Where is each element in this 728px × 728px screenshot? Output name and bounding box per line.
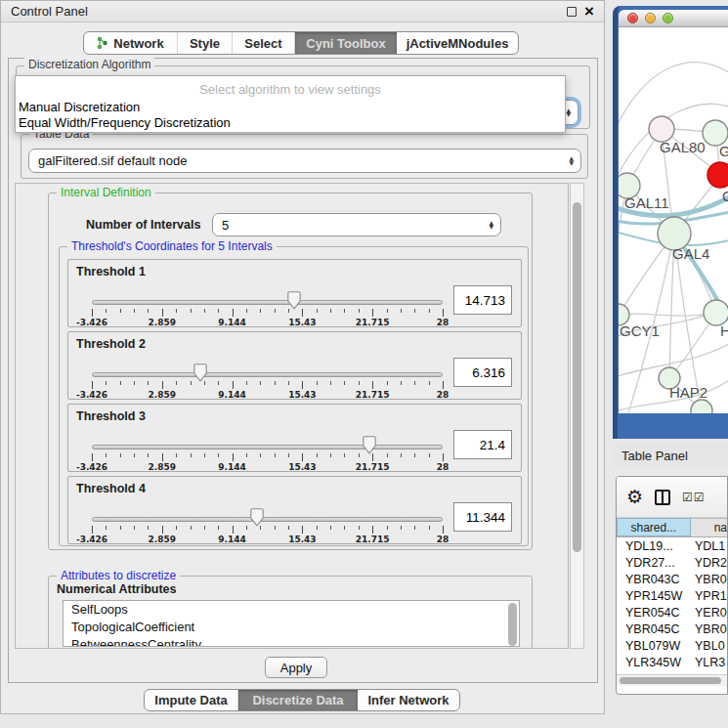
table-row[interactable]: YBL079W YBL0 xyxy=(617,637,727,654)
cell-name[interactable]: YLR3 xyxy=(692,656,727,669)
scrollbar-thumb[interactable] xyxy=(573,202,581,552)
table-data-combobox[interactable]: galFiltered.sif default node ▲▼ xyxy=(28,149,581,173)
threshold-slider[interactable]: -3.426 2.859 9.144 15.43 21.715 28 xyxy=(92,432,443,469)
cell-shared-name[interactable]: YPR145W xyxy=(617,589,692,603)
attributes-list-item[interactable]: TopologicalCoefficient xyxy=(64,619,519,636)
close-icon[interactable]: × xyxy=(584,7,594,17)
table-row[interactable]: YDR27... YDR2 xyxy=(617,554,727,571)
main-tabstrip: Network Style Select Cyni Toolbox jActiv… xyxy=(83,31,519,55)
number-of-intervals-combobox[interactable]: 5 ▲▼ xyxy=(212,213,501,236)
attributes-list-scrollbar[interactable] xyxy=(508,603,517,646)
apply-button[interactable]: Apply xyxy=(265,657,327,678)
cell-name[interactable]: YER0 xyxy=(692,606,727,620)
node-label-gcy1: GCY1 xyxy=(620,322,660,339)
tab-jactivemnodules[interactable]: jActiveMNodules xyxy=(397,32,518,54)
table-row[interactable]: YER054C YER0 xyxy=(617,604,727,621)
tab-infer-network[interactable]: Infer Network xyxy=(358,690,459,710)
tab-select[interactable]: Select xyxy=(233,32,295,54)
tab-style[interactable]: Style xyxy=(178,32,233,54)
cell-name[interactable]: YBR0 xyxy=(692,573,727,586)
number-of-intervals-label: Number of Intervals xyxy=(86,218,200,232)
slider-ticks xyxy=(92,309,443,317)
threshold-slider[interactable]: -3.426 2.859 9.144 15.43 21.715 28 xyxy=(92,287,443,324)
column-header-name[interactable]: na xyxy=(691,518,727,536)
cell-name[interactable]: YDR2 xyxy=(692,556,727,570)
table-row[interactable]: YPR145W YPR1 xyxy=(617,587,727,604)
node-selected-red[interactable] xyxy=(707,162,728,188)
cell-name[interactable]: YBL0 xyxy=(692,639,727,653)
node-label-hap2: HAP2 xyxy=(669,384,707,401)
slider-thumb-handle[interactable] xyxy=(287,291,302,310)
tab-cyni-toolbox[interactable]: Cyni Toolbox xyxy=(295,32,397,54)
threshold-slider[interactable]: -3.426 2.859 9.144 15.43 21.715 28 xyxy=(92,504,443,541)
slider-track[interactable] xyxy=(92,372,443,377)
threshold-slider[interactable]: -3.426 2.859 9.144 15.43 21.715 28 xyxy=(92,360,443,397)
control-panel-window: Control Panel × Network Style Select Cyn… xyxy=(0,0,605,714)
slider-track[interactable] xyxy=(92,445,443,450)
dropdown-option[interactable]: Manual Discretization xyxy=(18,100,563,115)
cell-name[interactable]: YBR0 xyxy=(692,622,727,636)
network-icon xyxy=(97,36,108,50)
slider-axis-labels: -3.426 2.859 9.144 15.43 21.715 28 xyxy=(92,318,443,329)
table-panel-title: Table Panel xyxy=(621,449,688,463)
cell-name[interactable]: YPR1 xyxy=(692,589,727,603)
table-header: shared... na xyxy=(617,518,727,537)
cell-shared-name[interactable]: YER054C xyxy=(617,606,692,620)
gear-icon[interactable]: ⚙ xyxy=(626,488,643,506)
attributes-list-item[interactable]: BetweennessCentrality xyxy=(64,636,519,647)
slider-thumb-handle[interactable] xyxy=(249,508,264,527)
threshold-panel: Threshold 4 -3.426 2.859 xyxy=(67,476,522,544)
cell-name[interactable]: YDL1 xyxy=(692,539,727,553)
dropdown-option[interactable]: Equal Width/Frequency Discretization xyxy=(18,115,563,131)
table-horizontal-scrollbar[interactable] xyxy=(617,674,727,686)
numerical-attributes-label: Numerical Attributes xyxy=(57,582,176,596)
cell-shared-name[interactable]: YDL19... xyxy=(617,539,692,553)
table-row[interactable]: YDL19... YDL1 xyxy=(617,537,727,554)
group-title: Threshold's Coordinates for 5 Intervals xyxy=(67,239,277,253)
settings-scrollbar[interactable] xyxy=(570,183,584,649)
close-traffic-light-icon[interactable] xyxy=(627,13,638,23)
slider-track[interactable] xyxy=(92,517,443,522)
cell-shared-name[interactable]: YBR043C xyxy=(617,573,692,586)
slider-thumb-handle[interactable] xyxy=(193,364,208,382)
minimize-traffic-light-icon[interactable] xyxy=(645,13,656,23)
select-columns-icon[interactable]: ☑☑ xyxy=(682,491,706,504)
bottom-tabstrip: Impute Data Discretize Data Infer Networ… xyxy=(144,689,460,711)
table-rows: YDL19... YDL1 YDR27... YDR2 YBR043C YBR0… xyxy=(617,537,727,674)
scrollbar-thumb[interactable] xyxy=(620,677,721,684)
threshold-value-field[interactable]: 14.713 xyxy=(453,285,512,315)
node-label-gal11: GAL11 xyxy=(624,194,669,211)
slider-thumb-handle[interactable] xyxy=(362,436,376,454)
column-manager-icon[interactable] xyxy=(655,490,670,505)
group-title: Interval Definition xyxy=(57,186,155,199)
cell-shared-name[interactable]: YBL079W xyxy=(617,639,692,653)
network-canvas[interactable]: GAL80 GA C GAL11 GAL4 GCY1 H HAP2 xyxy=(619,27,728,413)
slider-axis-labels: -3.426 2.859 9.144 15.43 21.715 28 xyxy=(92,462,443,474)
table-data-group: Table Data galFiltered.sif default node … xyxy=(21,134,588,179)
threshold-value-field[interactable]: 6.316 xyxy=(453,358,512,387)
tab-network[interactable]: Network xyxy=(84,32,178,54)
column-header-shared-name[interactable]: shared... xyxy=(617,518,691,536)
threshold-value-field[interactable]: 21.4 xyxy=(453,430,512,459)
intervals-value: 5 xyxy=(222,218,229,233)
slider-axis-labels: -3.426 2.859 9.144 15.43 21.715 28 xyxy=(92,390,443,402)
settings-scrollview: Interval Definition Number of Intervals … xyxy=(15,183,569,649)
float-window-icon[interactable] xyxy=(567,7,577,17)
tab-discretize-data[interactable]: Discretize Data xyxy=(238,690,358,710)
threshold-panel: Threshold 2 -3.426 2.859 xyxy=(67,331,522,400)
slider-track[interactable] xyxy=(92,300,443,305)
cell-shared-name[interactable]: YLR345W xyxy=(617,656,692,669)
node-partial-bottom[interactable] xyxy=(691,400,712,413)
table-row[interactable]: YBR045C YBR0 xyxy=(617,621,727,637)
slider-ticks xyxy=(92,526,443,534)
zoom-traffic-light-icon[interactable] xyxy=(663,13,673,23)
node-label-gal80: GAL80 xyxy=(660,139,706,155)
tab-impute-data[interactable]: Impute Data xyxy=(145,690,238,710)
cell-shared-name[interactable]: YBR045C xyxy=(617,622,692,636)
threshold-value-field[interactable]: 11.344 xyxy=(453,502,512,532)
cell-shared-name[interactable]: YDR27... xyxy=(617,556,692,570)
table-row[interactable]: YLR345W YLR3 xyxy=(617,654,727,670)
table-row[interactable]: YBR043C YBR0 xyxy=(617,571,727,587)
control-panel-titlebar: Control Panel × xyxy=(1,1,604,22)
attributes-list-item[interactable]: SelfLoops xyxy=(64,601,519,619)
